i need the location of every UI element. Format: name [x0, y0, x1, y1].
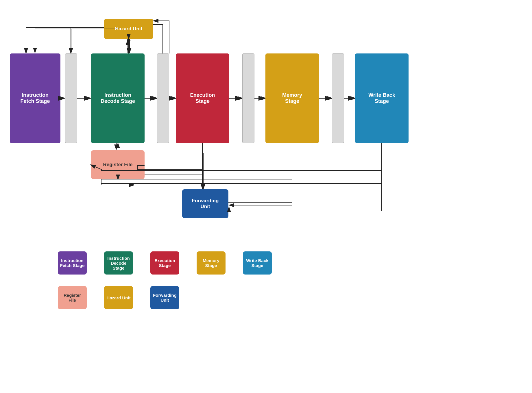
- legend-fetch-box: InstructionFetch Stage: [58, 251, 87, 275]
- legend-decode-box: InstructionDecode Stage: [104, 251, 133, 275]
- legend-area: InstructionFetch Stage InstructionDecode…: [58, 251, 474, 321]
- legend-fetch: InstructionFetch Stage: [58, 251, 87, 275]
- legend-regfile: Register File: [58, 286, 87, 309]
- pipeline-register-2: [157, 53, 169, 143]
- instruction-decode-block: InstructionDecode Stage: [91, 53, 145, 143]
- forwarding-unit-block: ForwardingUnit: [182, 189, 228, 218]
- write-back-block: Write BackStage: [355, 53, 409, 143]
- pipeline-register-4: [332, 53, 344, 143]
- legend-execute-box: ExecutionStage: [150, 251, 179, 275]
- legend-row-1: InstructionFetch Stage InstructionDecode…: [58, 251, 474, 275]
- legend-forwarding-box: ForwardingUnit: [150, 286, 179, 309]
- pipeline-register-1: [65, 53, 77, 143]
- legend-decode: InstructionDecode Stage: [104, 251, 133, 275]
- legend-writeback: Write BackStage: [243, 251, 272, 275]
- legend-hazard-box: Hazard Unit: [104, 286, 133, 309]
- legend-regfile-box: Register File: [58, 286, 87, 309]
- pipeline-diagram: InstructionFetch Stage InstructionDecode…: [0, 9, 532, 246]
- legend-forwarding: ForwardingUnit: [150, 286, 179, 309]
- execution-block: ExecutionStage: [176, 53, 229, 143]
- legend-execute: ExecutionStage: [150, 251, 179, 275]
- legend-row-2: Register File Hazard Unit ForwardingUnit: [58, 286, 474, 309]
- memory-block: MemoryStage: [265, 53, 319, 143]
- legend-memory-box: MemoryStage: [197, 251, 226, 275]
- hazard-unit-block: Hazard Unit: [104, 19, 153, 39]
- instruction-fetch-block: InstructionFetch Stage: [10, 53, 60, 143]
- pipeline-register-3: [242, 53, 254, 143]
- register-file-block: Register File: [91, 150, 145, 179]
- legend-hazard: Hazard Unit: [104, 286, 133, 309]
- legend-memory: MemoryStage: [197, 251, 226, 275]
- legend-writeback-box: Write BackStage: [243, 251, 272, 275]
